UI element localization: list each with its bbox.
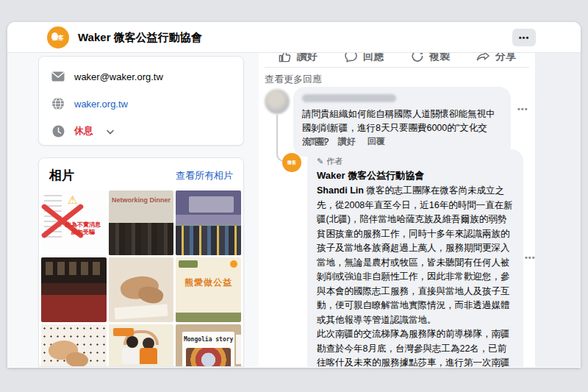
waker-logo[interactable]: 微客 [47, 26, 69, 49]
envelope-icon [51, 69, 65, 84]
website-row: waker.org.tw [51, 94, 232, 113]
photos-header: 相片 查看所有相片 [39, 158, 243, 190]
author-badge-label: 作者 [326, 156, 343, 167]
photo-decoration [189, 196, 234, 213]
logo-text: 微客 [287, 160, 296, 166]
comment-like-link[interactable]: 讚好 [338, 135, 356, 148]
reply-paragraph-text: 微客的志工團隊在微客尚未成立之先，從2008年直至今日，近16年的時間一直在新疆… [317, 185, 513, 325]
photo-pegboard-figures[interactable] [41, 324, 107, 367]
reply-author-name[interactable]: Waker 微客公益行動協會 [317, 169, 514, 182]
hours-row[interactable]: 休息 [51, 121, 232, 140]
post-action-bar: 讚好 回應 複製 分享 [265, 53, 529, 68]
photo-decoration [65, 351, 89, 367]
photo-decoration [109, 223, 174, 255]
see-all-photos-link[interactable]: 查看所有相片 [176, 169, 233, 182]
photos-title: 相片 [49, 167, 74, 184]
photo-wood-puzzle[interactable] [109, 257, 174, 322]
header-more-button[interactable]: ••• [512, 29, 536, 46]
copy-button-label: 複製 [429, 53, 450, 63]
comment-button-label: 回應 [363, 53, 384, 63]
post-comments-column: 讚好 回應 複製 分享 查看更多回應 請問 [259, 53, 535, 367]
thumbs-up-icon [278, 53, 292, 63]
hours-status: 休息 [74, 124, 93, 138]
page-header: 微客 Waker 微客公益行動協會 ••• [7, 22, 581, 53]
copy-link-icon [410, 53, 424, 63]
photo-decoration [140, 348, 157, 364]
page-title: Waker 微客公益行動協會 [78, 31, 202, 45]
reply-options-button[interactable]: ••• [525, 253, 535, 262]
like-button-label: 讚好 [297, 53, 318, 63]
comment-button[interactable]: 回應 [331, 53, 397, 63]
pencil-icon: ✎ [317, 157, 323, 166]
chevron-down-icon [107, 124, 114, 138]
reply-paragraph: 此次南疆的交流梯隊為服務隊的前導梯隊，南疆勘查於今年8月底，台灣參與志工為22名… [317, 327, 514, 367]
comment-icon [344, 53, 358, 63]
photo-decoration [176, 226, 241, 255]
contact-info-card: waker@waker.org.tw waker.org.tw 休息 [38, 56, 244, 146]
clock-icon [51, 124, 65, 138]
like-button[interactable]: 讚好 [265, 53, 331, 63]
copy-button[interactable]: 複製 [397, 53, 463, 63]
photo-decoration [230, 260, 237, 268]
comment-reply-link[interactable]: 回覆 [368, 135, 385, 148]
photos-grid: ⚠ 此為不實消息 請勿受騙 Networking Dinner [39, 190, 243, 367]
share-icon [476, 53, 490, 63]
photo-scam-alert[interactable]: ⚠ 此為不實消息 請勿受騙 [41, 190, 107, 255]
photo-bear-charity-poster[interactable]: 熊愛做公益 [176, 257, 241, 322]
reply-bubble: ✎ 作者 Waker 微客公益行動協會 Shandi Lin 微客的志工團隊在微… [307, 149, 523, 367]
dialog-body: waker@waker.org.tw waker.org.tw 休息 [7, 53, 581, 367]
photo-overlay-text: Mongolia story [176, 336, 241, 343]
photo-decoration [126, 336, 138, 348]
reply-paragraph: Shandi Lin 微客的志工團隊在微客尚未成立之先，從2008年直至今日，近… [317, 184, 514, 327]
mention-link[interactable]: Shandi Lin [317, 185, 364, 196]
photo-decoration [186, 348, 231, 367]
author-badge: ✎ 作者 [317, 156, 514, 167]
photo-stage-event[interactable] [41, 257, 107, 322]
right-background-panel [535, 53, 581, 367]
photo-mongolia-story[interactable]: Mongolia story [176, 324, 241, 367]
photo-overlay-text: 此為不實消息 請勿受騙 [62, 221, 104, 236]
comment-timestamp[interactable]: 4星期 [304, 135, 326, 148]
page-dialog: 微客 Waker 微客公益行動協會 ••• waker@waker.org.tw… [7, 22, 581, 368]
email-value: waker@waker.org.tw [74, 71, 163, 82]
photo-decoration [46, 262, 102, 275]
photo-overlay-text: 熊愛做公益 [176, 277, 241, 289]
globe-icon [51, 96, 65, 111]
photo-heart-pose-poster[interactable] [109, 324, 174, 367]
photo-decoration [122, 348, 138, 364]
photos-card: 相片 查看所有相片 ⚠ 此為不實消息 請勿受騙 Networking Dinne… [38, 157, 244, 367]
comment-options-button[interactable]: ••• [517, 104, 528, 113]
commenter-avatar[interactable] [265, 89, 290, 114]
photo-conference-group[interactable] [176, 190, 241, 255]
reply-thread-connector [276, 115, 284, 162]
share-button[interactable]: 分享 [463, 53, 529, 63]
warning-icon: ⚠ [68, 193, 77, 207]
comment-meta-row: 4星期 讚好 回覆 [304, 135, 385, 148]
logo-bird-icon [51, 32, 58, 40]
commenter-name-redacted [302, 94, 396, 102]
ellipsis-icon: ••• [519, 33, 530, 42]
share-button-label: 分享 [495, 53, 516, 63]
photo-decoration [113, 328, 134, 336]
reply-text: Shandi Lin 微客的志工團隊在微客尚未成立之先，從2008年直至今日，近… [317, 184, 514, 367]
email-row: waker@waker.org.tw [51, 67, 232, 86]
photo-decoration [114, 304, 168, 320]
photo-decoration [176, 313, 241, 322]
view-more-comments-link[interactable]: 查看更多回應 [265, 73, 322, 86]
photo-overlay-text: Networking Dinner [109, 196, 174, 204]
reply-author-avatar[interactable]: 微客 [282, 153, 301, 172]
photo-decoration [179, 260, 198, 268]
photo-networking-dinner[interactable]: Networking Dinner [109, 190, 174, 255]
website-link[interactable]: waker.org.tw [74, 99, 128, 110]
